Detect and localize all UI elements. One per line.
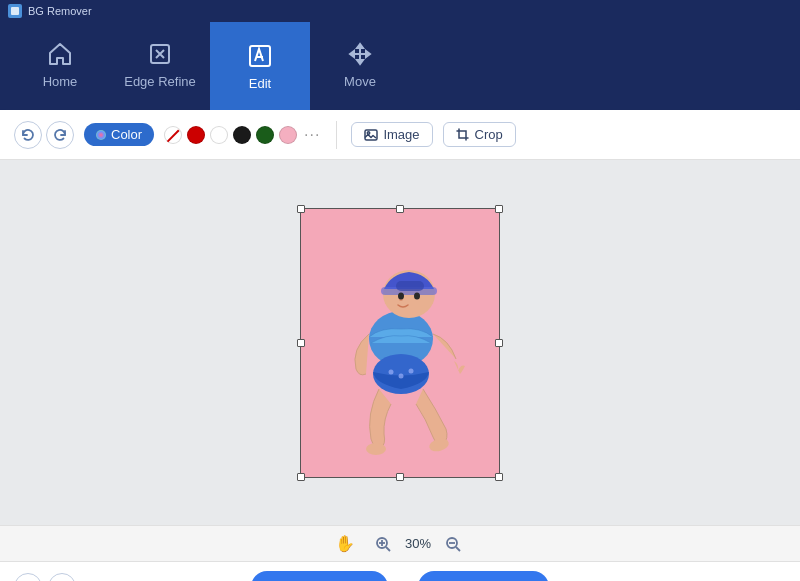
nav-item-edit[interactable]: Edit xyxy=(210,22,310,110)
swatch-pink[interactable] xyxy=(279,126,297,144)
zoom-in-button[interactable] xyxy=(371,532,395,556)
svg-rect-8 xyxy=(396,281,424,291)
image-button[interactable]: Image xyxy=(351,122,432,147)
baby-figure xyxy=(301,209,500,478)
nav-item-edge-refine[interactable]: Edge Refine xyxy=(110,22,210,110)
footer-nav xyxy=(14,573,76,582)
edge-refine-icon xyxy=(146,40,174,68)
canvas-area xyxy=(0,160,800,525)
toolbar-separator xyxy=(336,121,337,149)
nav-item-home[interactable]: Home xyxy=(10,22,110,110)
swatch-white[interactable] xyxy=(210,126,228,144)
nav-move-label: Move xyxy=(344,74,376,89)
footer: New Image Download xyxy=(0,561,800,581)
nav-edge-refine-label: Edge Refine xyxy=(124,74,196,89)
nav-item-move[interactable]: Move xyxy=(310,22,410,110)
edit-icon xyxy=(246,42,274,70)
svg-line-19 xyxy=(386,547,390,551)
app-title: BG Remover xyxy=(28,5,92,17)
svg-line-23 xyxy=(456,547,460,551)
toolbar: Color ··· Image Crop xyxy=(0,110,800,160)
swatch-no-color[interactable] xyxy=(164,126,182,144)
image-container[interactable] xyxy=(300,208,500,478)
svg-point-16 xyxy=(366,443,386,455)
app-icon xyxy=(8,4,22,18)
swatch-red[interactable] xyxy=(187,126,205,144)
move-icon xyxy=(346,40,374,68)
new-image-button[interactable]: New Image xyxy=(251,571,388,582)
swatch-black[interactable] xyxy=(233,126,251,144)
color-icon xyxy=(96,130,106,140)
image-canvas xyxy=(300,208,500,478)
zoom-bar: ✋ 30% xyxy=(0,525,800,561)
svg-point-14 xyxy=(399,373,404,378)
title-bar: BG Remover xyxy=(0,0,800,22)
hand-tool-icon[interactable]: ✋ xyxy=(335,534,355,553)
svg-rect-0 xyxy=(11,7,19,15)
nav-home-label: Home xyxy=(43,74,78,89)
next-button[interactable] xyxy=(48,573,76,582)
color-button[interactable]: Color xyxy=(84,123,154,146)
crop-btn-label: Crop xyxy=(475,127,503,142)
home-icon xyxy=(46,40,74,68)
undo-redo-group xyxy=(14,121,74,149)
svg-point-10 xyxy=(398,292,404,299)
download-button[interactable]: Download xyxy=(418,571,549,582)
svg-point-11 xyxy=(414,292,420,299)
nav-edit-label: Edit xyxy=(249,76,271,91)
undo-button[interactable] xyxy=(14,121,42,149)
zoom-out-button[interactable] xyxy=(441,532,465,556)
image-btn-label: Image xyxy=(383,127,419,142)
redo-button[interactable] xyxy=(46,121,74,149)
svg-point-15 xyxy=(409,368,414,373)
color-swatches: ··· xyxy=(164,126,322,144)
more-colors-button[interactable]: ··· xyxy=(302,126,322,144)
zoom-percent: 30% xyxy=(405,536,431,551)
swatch-dark-green[interactable] xyxy=(256,126,274,144)
crop-button[interactable]: Crop xyxy=(443,122,516,147)
svg-point-13 xyxy=(389,369,394,374)
prev-button[interactable] xyxy=(14,573,42,582)
color-btn-label: Color xyxy=(111,127,142,142)
nav-bar: Home Edge Refine Edit Move xyxy=(0,22,800,110)
